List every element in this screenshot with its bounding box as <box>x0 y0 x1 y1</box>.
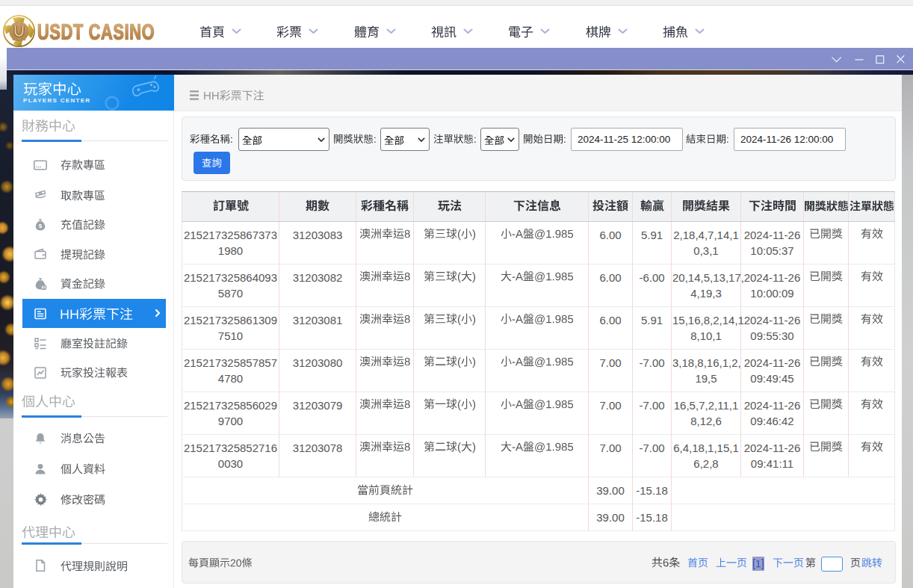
svg-text:$: $ <box>43 285 46 291</box>
svg-text:CASINO: CASINO <box>13 37 26 41</box>
svg-text:$: $ <box>39 223 43 229</box>
